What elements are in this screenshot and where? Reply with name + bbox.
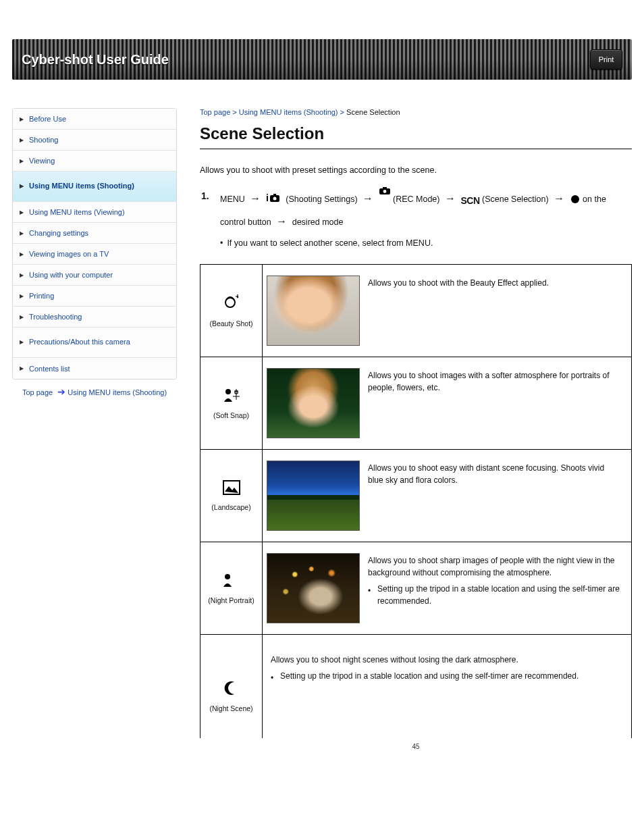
section-heading: Scene Selection xyxy=(200,124,632,143)
sidebar-item-label: Precautions/About this camera xyxy=(29,338,130,347)
camera-i-icon: i xyxy=(266,190,284,211)
main-content: Top page > Using MENU items (Shooting) >… xyxy=(200,108,632,750)
mode-label: (Night Portrait) xyxy=(200,596,262,605)
mode-description: Allows you to shoot sharp images of peop… xyxy=(368,554,622,579)
svg-point-4 xyxy=(225,389,231,394)
sidebar-item-label: Using with your computer xyxy=(29,271,113,279)
page-title: Cyber-shot User Guide xyxy=(22,52,169,68)
modes-table: (Beauty Shot) Allows you to shoot with t… xyxy=(200,264,632,739)
table-row: (Beauty Shot) Allows you to shoot with t… xyxy=(200,265,632,357)
text: (Shooting Settings) xyxy=(286,194,360,204)
sidebar-item-label: Before Use xyxy=(29,115,66,123)
bullet-icon: • xyxy=(271,670,276,684)
sidebar-item-changing-settings[interactable]: ▶Changing settings xyxy=(13,223,176,244)
top-page-link[interactable]: Top page xyxy=(22,388,53,396)
sidebar: ▶Before Use ▶Shooting ▶Viewing ▶Using ME… xyxy=(12,108,177,750)
sidebar-item-tv[interactable]: ▶Viewing images on a TV xyxy=(13,244,176,265)
sidebar-item-label: Changing settings xyxy=(29,229,88,237)
sidebar-item-before-use[interactable]: ▶Before Use xyxy=(13,109,176,130)
mode-label: (Night Scene) xyxy=(200,704,262,713)
sidebar-item-printing[interactable]: ▶Printing xyxy=(13,286,176,307)
table-row: (Soft Snap) Allows you to shoot images w… xyxy=(200,357,632,450)
beauty-shot-icon xyxy=(200,294,262,315)
text: If you want to select another scene, sel… xyxy=(227,235,433,252)
svg-point-2 xyxy=(383,190,386,193)
sidebar-item-label: Viewing images on a TV xyxy=(29,250,109,258)
sidebar-item-label: Printing xyxy=(29,292,54,300)
breadcrumb-item[interactable]: Top page xyxy=(200,108,230,116)
sidebar-item-contents[interactable]: ▶Contents list xyxy=(13,358,176,379)
sidebar-item-troubleshooting[interactable]: ▶Troubleshooting xyxy=(13,307,176,328)
text: MENU xyxy=(220,194,247,204)
control-button-dot-icon xyxy=(571,195,579,203)
page-number: 45 xyxy=(200,743,632,750)
mode-description: Allows you to shoot with the Beauty Effe… xyxy=(368,276,622,289)
mode-description: Allows you to shoot night scenes without… xyxy=(271,654,622,666)
sidebar-item-label: Using MENU items (Shooting) xyxy=(29,182,134,191)
arrow-icon: → xyxy=(551,192,567,204)
print-button[interactable]: Print xyxy=(590,49,622,70)
sidebar-item-viewing[interactable]: ▶Viewing xyxy=(13,151,176,172)
sidebar-item-precautions[interactable]: ▶Precautions/About this camera xyxy=(13,328,176,358)
text: (REC Mode) xyxy=(393,194,442,204)
svg-text:i: i xyxy=(266,192,269,203)
bullet-icon: • xyxy=(220,235,223,252)
thumbnail-soft-snap xyxy=(267,368,360,438)
bullet-icon: • xyxy=(368,583,373,607)
lead-text: Allows you to shoot with preset settings… xyxy=(200,164,632,177)
breadcrumb-item: Scene Selection xyxy=(346,108,400,116)
header-bar: Cyber-shot User Guide Print xyxy=(12,39,632,80)
soft-snap-icon xyxy=(200,387,262,407)
mode-label: (Beauty Shot) xyxy=(200,319,262,328)
thumbnail-landscape xyxy=(267,461,360,531)
arrow-icon: → xyxy=(247,192,263,204)
thumbnail-beauty-shot xyxy=(267,276,360,346)
sidebar-item-label: Using MENU items (Viewing) xyxy=(29,208,125,216)
landscape-icon xyxy=(200,480,262,499)
svg-point-7 xyxy=(225,574,230,579)
sidebar-item-menu-shooting[interactable]: ▶Using MENU items (Shooting) xyxy=(13,172,176,202)
table-row: (Night Portrait) Allows you to shoot sha… xyxy=(200,542,632,635)
step-1: MENU → i (Shooting Settings) → (REC Mode… xyxy=(200,186,632,252)
mode-description: Allows you to shoot images with a softer… xyxy=(368,368,622,394)
arrow-icon: → xyxy=(273,215,290,227)
divider xyxy=(200,149,632,149)
text: (Scene Selection) xyxy=(482,194,549,204)
text: desired mode xyxy=(292,217,344,227)
sidebar-item-label: Contents list xyxy=(29,365,70,373)
sidebar-item-menu-viewing[interactable]: ▶Using MENU items (Viewing) xyxy=(13,202,176,223)
scn-icon: SCN xyxy=(460,191,479,210)
sidebar-item-shooting[interactable]: ▶Shooting xyxy=(13,130,176,151)
sidebar-item-label: Shooting xyxy=(29,136,58,144)
sidebar-footer: Top page ➔ Using MENU items (Shooting) xyxy=(12,380,177,400)
mode-description: Allows you to shoot easy with distant sc… xyxy=(368,461,622,486)
mode-label: (Landscape) xyxy=(200,503,262,512)
arrow-icon: → xyxy=(442,192,458,204)
arrow-icon: → xyxy=(360,192,376,204)
sidebar-item-label: Troubleshooting xyxy=(29,313,82,321)
table-row: (Landscape) Allows you to shoot easy wit… xyxy=(200,450,632,542)
steps-list: MENU → i (Shooting Settings) → (REC Mode… xyxy=(200,186,632,252)
sidebar-footer-link[interactable]: Using MENU items (Shooting) xyxy=(68,388,167,396)
mode-label: (Soft Snap) xyxy=(200,411,262,420)
thumbnail-night-portrait xyxy=(267,553,360,623)
arrow-right-icon: ➔ xyxy=(57,386,65,397)
sidebar-item-label: Viewing xyxy=(29,157,55,165)
svg-point-1 xyxy=(273,197,276,201)
table-row: (Night Scene) Allows you to shoot night … xyxy=(200,635,632,739)
night-scene-icon xyxy=(200,660,262,700)
mode-tip: Setting up the tripod in a stable locati… xyxy=(377,583,622,607)
night-portrait-icon xyxy=(200,572,262,592)
breadcrumb-item[interactable]: Using MENU items (Shooting) xyxy=(239,108,338,116)
camera-icon xyxy=(379,186,391,209)
sidebar-item-computer[interactable]: ▶Using with your computer xyxy=(13,265,176,286)
mode-tip: Setting up the tripod in a stable locati… xyxy=(280,670,579,684)
breadcrumb: Top page > Using MENU items (Shooting) >… xyxy=(200,108,632,116)
